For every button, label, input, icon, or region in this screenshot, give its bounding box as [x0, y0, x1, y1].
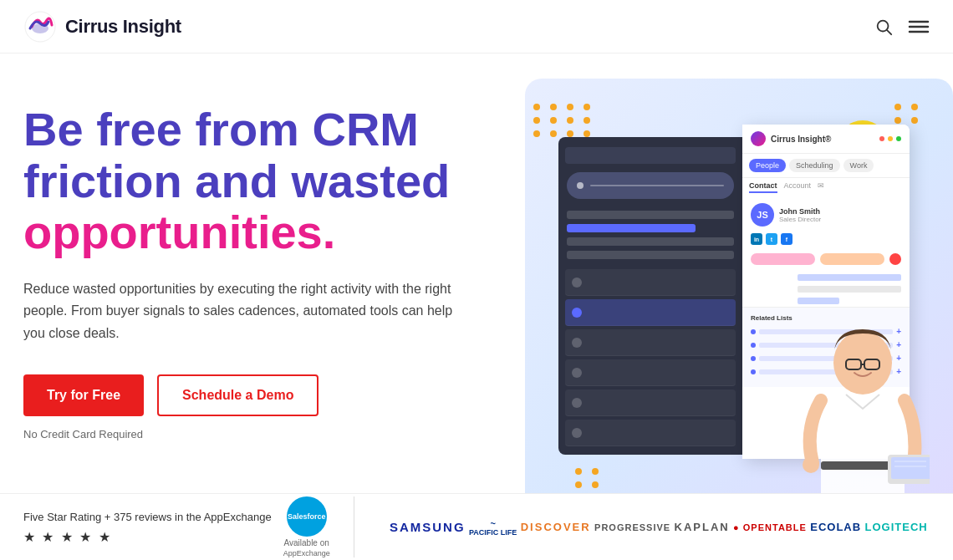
heading-line3: opportunities.: [23, 206, 335, 258]
brand-discover: DISCOVER: [521, 521, 591, 533]
cta-buttons: Try for Free Schedule a Demo: [23, 374, 508, 416]
heading-line1: Be free from CRM: [23, 103, 419, 155]
section-email-icon: ✉: [818, 181, 824, 193]
review-text: Five Star Rating + 375 reviews in the Ap…: [23, 511, 272, 523]
person-image: [796, 279, 930, 513]
svg-point-8: [833, 331, 892, 395]
svg-line-3: [887, 30, 891, 34]
star-rating: ★ ★ ★ ★ ★: [23, 529, 272, 545]
nav-actions: [874, 18, 930, 36]
brand-progressive: PROGRESSIVE: [594, 522, 670, 532]
contact-initials: JS: [757, 210, 767, 220]
hero-heading: Be free from CRM friction and wasted opp…: [23, 104, 508, 258]
contact-title: Sales Director: [779, 216, 901, 223]
hero-section: Be free from CRM friction and wasted opp…: [0, 53, 953, 560]
minimize-dot: [888, 136, 893, 141]
brand-pacific-life: ~ PACIFIC LIFE: [469, 518, 517, 537]
person-svg: [796, 279, 930, 513]
linkedin-icon: in: [751, 233, 762, 245]
gmail-email-row-3: [565, 329, 736, 356]
sf-sublabel: AppExchange: [283, 549, 330, 557]
panel-logo-row: Cirrus Insight®: [751, 131, 831, 146]
gmail-email-row-6: [565, 420, 736, 446]
gmail-nav-item-1: [567, 211, 734, 219]
contact-info: John Smith Sales Director: [779, 207, 901, 223]
no-credit-card-text: No Credit Card Required: [23, 428, 508, 440]
gmail-nav-item-4: [567, 251, 734, 259]
contact-avatar-row: JS John Smith Sales Director: [742, 196, 910, 233]
sf-text: Salesforce: [288, 512, 326, 522]
expand-dot: [896, 136, 901, 141]
salesforce-badge: Salesforce Available on AppExchange: [283, 496, 330, 557]
section-account: Account: [784, 181, 812, 193]
cirrus-logo-icon: [23, 10, 57, 43]
panel-logo-circle: [751, 131, 766, 146]
bottom-bar: Five Star Rating + 375 reviews in the Ap…: [0, 493, 953, 560]
brand-kaplan: KAPLAN: [675, 521, 730, 533]
gmail-email-row-1: [565, 269, 736, 296]
panel-header: Cirrus Insight®: [742, 125, 910, 154]
logo-text: Cirrus Insight: [65, 16, 181, 38]
salesforce-circle: Salesforce: [287, 496, 327, 537]
panel-tabs: People Scheduling Work: [742, 154, 910, 178]
search-icon: [874, 18, 893, 36]
gmail-nav-item-2: [567, 224, 696, 232]
score-bar-2: [820, 253, 884, 265]
tab-people: People: [749, 159, 786, 172]
score-bar-1: [751, 253, 815, 265]
svg-point-13: [803, 456, 819, 473]
svg-point-1: [32, 23, 48, 33]
review-section: Five Star Rating + 375 reviews in the Ap…: [23, 496, 354, 557]
sf-label: Available on: [284, 538, 329, 547]
gmail-email-row-4: [565, 359, 736, 386]
tab-scheduling: Scheduling: [789, 159, 840, 172]
gmail-nav-item-3: [567, 237, 734, 246]
try-free-button[interactable]: Try for Free: [23, 374, 144, 416]
social-icons-row: in t f: [742, 233, 910, 250]
score-alert: [889, 253, 901, 265]
brand-opentable: ● OpenTable: [733, 522, 807, 532]
navbar: Cirrus Insight: [0, 0, 953, 53]
panel-logo-text: Cirrus Insight®: [771, 135, 831, 144]
hero-subtext: Reduce wasted opportunities by executing…: [23, 278, 458, 344]
tab-work: Work: [843, 159, 874, 172]
gmail-email-row-5: [565, 389, 736, 416]
brand-logitech: logitech: [865, 521, 928, 533]
score-row: [742, 250, 910, 272]
contact-avatar: JS: [751, 203, 774, 227]
gmail-email-row-2: [565, 299, 736, 326]
brand-samsung: SAMSUNG: [390, 520, 466, 534]
search-button[interactable]: [874, 18, 893, 36]
gmail-top-bar: [565, 147, 736, 164]
gmail-sidebar-mock: [558, 137, 742, 455]
menu-button[interactable]: [908, 18, 930, 36]
hero-right: Cirrus Insight® People Scheduling Work C…: [508, 95, 930, 530]
hamburger-icon: [908, 18, 930, 36]
brand-logos-section: SAMSUNG ~ PACIFIC LIFE DISCOVER PROGRESS…: [371, 518, 930, 537]
gmail-compose: [567, 172, 734, 199]
section-contact: Contact: [749, 181, 777, 193]
panel-window-controls: [879, 136, 901, 141]
schedule-demo-button[interactable]: Schedule a Demo: [157, 374, 319, 416]
svg-rect-15: [891, 457, 930, 479]
heading-line2: friction and wasted: [23, 155, 450, 207]
close-dot: [879, 136, 884, 141]
hero-left: Be free from CRM friction and wasted opp…: [23, 95, 508, 440]
twitter-icon: t: [766, 233, 777, 245]
review-text-block: Five Star Rating + 375 reviews in the Ap…: [23, 509, 272, 544]
brand-ecolab: ECOLAB: [810, 521, 861, 533]
facebook-icon: f: [781, 233, 792, 245]
logo[interactable]: Cirrus Insight: [23, 10, 181, 43]
contact-name: John Smith: [779, 207, 901, 216]
